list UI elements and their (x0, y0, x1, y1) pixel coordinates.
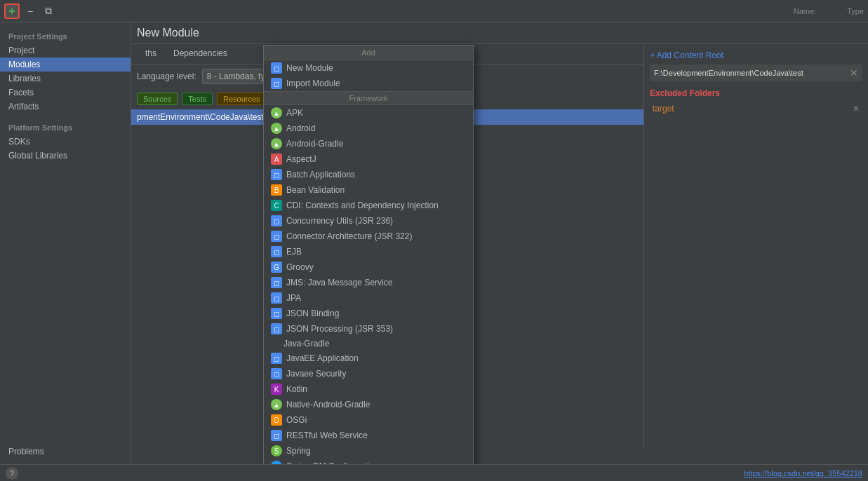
add-menu-import-module[interactable]: ◻ Import Module (264, 76, 473, 91)
menu-item-json-binding[interactable]: ◻ JSON Binding (264, 306, 473, 321)
jms-label: JMS: Java Message Service (286, 278, 392, 287)
excluded-item-name: target (653, 104, 674, 114)
menu-item-batch[interactable]: ◻ Batch Applications (264, 167, 473, 182)
sidebar-item-global-libraries[interactable]: Global Libraries (0, 149, 131, 163)
ejb-label: EJB (286, 247, 302, 257)
sidebar-item-artifacts[interactable]: Artifacts (0, 100, 131, 114)
add-menu-add-header: Add (264, 46, 473, 60)
tab-dependencies[interactable]: Dependencies (165, 44, 236, 64)
batch-icon: ◻ (271, 169, 282, 180)
path-close-icon[interactable]: ✕ (850, 67, 858, 79)
jpa-label: JPA (286, 293, 301, 303)
menu-item-java-gradle[interactable]: Java-Gradle (264, 337, 473, 351)
tab-ths[interactable]: ths (137, 44, 165, 64)
spring-dm-config-label: Spring DM Configuration (286, 461, 378, 464)
groovy-icon: G (271, 262, 282, 273)
menu-item-javaee-security[interactable]: ◻ Javaee Security (264, 366, 473, 381)
menu-item-osgi[interactable]: O OSGi (264, 412, 473, 428)
bean-validation-icon: B (271, 184, 282, 196)
cdi-label: CDI: Contexts and Dependency Injection (286, 201, 439, 210)
native-android-label: Native-Android-Gradle (286, 400, 370, 409)
spring-icon: S (271, 445, 282, 456)
groovy-label: Groovy (286, 262, 314, 272)
status-bar: ? https://blog.csdn.net/qq_35542218 (0, 464, 868, 481)
menu-item-connector[interactable]: ◻ Connector Architecture (JSR 322) (264, 229, 473, 244)
import-module-icon: ◻ (271, 78, 282, 89)
menu-item-kotlin[interactable]: K Kotlin (264, 381, 473, 397)
menu-item-json-processing[interactable]: ◻ JSON Processing (JSR 353) (264, 321, 473, 337)
remove-button[interactable]: − (22, 4, 38, 19)
menu-item-concurrency[interactable]: ◻ Concurrency Utils (JSR 236) (264, 213, 473, 229)
json-processing-label: JSON Processing (JSR 353) (286, 324, 393, 334)
content-area: New Module ths Dependencies Language lev… (131, 22, 868, 464)
menu-item-native-android[interactable]: ▲ Native-Android-Gradle (264, 397, 473, 412)
menu-item-android[interactable]: ▲ Android (264, 121, 473, 136)
menu-item-cdi[interactable]: C CDI: Contexts and Dependency Injection (264, 198, 473, 213)
menu-item-javaee-app[interactable]: ◻ JavaEE Application (264, 351, 473, 366)
sidebar: Project Settings Project Modules Librari… (0, 22, 131, 464)
tests-tag[interactable]: Tests (182, 93, 213, 105)
help-button[interactable]: ? (6, 467, 18, 480)
content-path-text: pmentEnvironment\CodeJava\test (137, 112, 264, 122)
concurrency-label: Concurrency Utils (JSR 236) (286, 216, 393, 226)
json-binding-icon: ◻ (271, 308, 282, 319)
sidebar-item-libraries[interactable]: Libraries (0, 72, 131, 86)
sidebar-item-modules[interactable]: Modules (0, 57, 131, 72)
sidebar-item-problems[interactable]: Problems (0, 445, 131, 459)
resources-tag[interactable]: Resources (217, 93, 267, 105)
menu-item-groovy[interactable]: G Groovy (264, 259, 473, 275)
add-menu-new-module[interactable]: ◻ New Module (264, 60, 473, 76)
spring-label: Spring (286, 446, 311, 456)
kotlin-icon: K (271, 384, 282, 395)
aspectj-icon: A (271, 154, 282, 165)
osgi-icon: O (271, 414, 282, 426)
restful-label: RESTful Web Service (286, 431, 368, 440)
ejb-icon: ◻ (271, 246, 282, 257)
android-icon: ▲ (271, 123, 282, 134)
sidebar-item-project[interactable]: Project (0, 43, 131, 57)
javaee-app-icon: ◻ (271, 353, 282, 364)
android-label: Android (286, 123, 315, 133)
add-menu-framework-header: Framework (264, 91, 473, 105)
kotlin-label: Kotlin (286, 384, 307, 394)
jpa-icon: ◻ (271, 292, 282, 304)
restful-icon: ◻ (271, 430, 282, 441)
menu-item-ejb[interactable]: ◻ EJB (264, 244, 473, 259)
connector-label: Connector Architecture (JSR 322) (286, 231, 412, 241)
android-gradle-icon: ▲ (271, 138, 282, 149)
menu-item-apk[interactable]: ▲ APK (264, 105, 473, 121)
copy-button[interactable]: ⧉ (41, 4, 56, 19)
type-label: Type (847, 7, 864, 15)
status-link[interactable]: https://blog.csdn.net/qq_35542218 (744, 469, 862, 477)
json-processing-icon: ◻ (271, 323, 282, 334)
sidebar-item-sdks[interactable]: SDKs (0, 135, 131, 149)
javaee-app-label: JavaEE Application (286, 353, 359, 363)
sidebar-item-facets[interactable]: Facets (0, 86, 131, 100)
menu-item-jms[interactable]: ◻ JMS: Java Message Service (264, 275, 473, 290)
add-content-root-button[interactable]: + Add Content Root (650, 50, 862, 60)
menu-item-spring[interactable]: S Spring (264, 443, 473, 459)
right-panel: + Add Content Root F:\DevelopmentEnviron… (643, 45, 868, 447)
connector-icon: ◻ (271, 231, 282, 242)
native-android-icon: ▲ (271, 399, 282, 410)
menu-item-aspectj[interactable]: A AspectJ (264, 151, 473, 167)
jms-icon: ◻ (271, 277, 282, 288)
name-label: Name: (794, 7, 816, 15)
language-level-label: Language level: (137, 72, 196, 81)
batch-label: Batch Applications (286, 170, 355, 179)
menu-item-jpa[interactable]: ◻ JPA (264, 290, 473, 306)
menu-item-bean-validation[interactable]: B Bean Validation (264, 182, 473, 198)
cdi-icon: C (271, 200, 282, 211)
add-button[interactable]: + (4, 4, 20, 19)
main-layout: Project Settings Project Modules Librari… (0, 22, 868, 464)
sources-tag[interactable]: Sources (137, 93, 178, 105)
excluded-item-close-icon[interactable]: ✕ (853, 104, 860, 114)
menu-item-android-gradle[interactable]: ▲ Android-Gradle (264, 136, 473, 151)
menu-item-spring-dm-config[interactable]: ● Spring DM Configuration (264, 459, 473, 464)
menu-item-restful[interactable]: ◻ RESTful Web Service (264, 428, 473, 443)
apk-label: APK (286, 108, 303, 118)
platform-settings-title: Platform Settings (0, 119, 131, 135)
json-binding-label: JSON Binding (286, 309, 339, 318)
concurrency-icon: ◻ (271, 215, 282, 226)
apk-icon: ▲ (271, 107, 282, 118)
